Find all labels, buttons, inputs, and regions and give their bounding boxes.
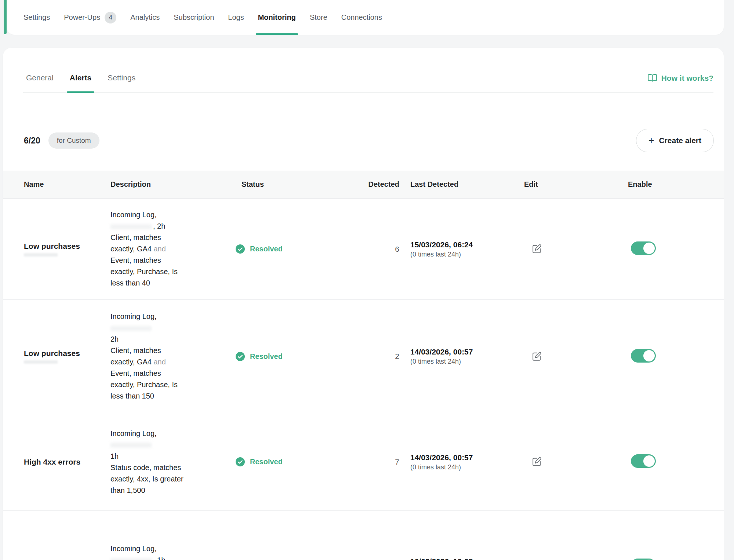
- status-badge: Resolved: [236, 457, 361, 466]
- description-line: [110, 322, 241, 334]
- top-nav: SettingsPower-Ups4AnalyticsSubscriptionL…: [7, 0, 724, 35]
- check-icon: [236, 244, 245, 254]
- status-badge: Resolved: [236, 352, 361, 361]
- description-line: Event, matches: [110, 368, 241, 379]
- column-header-status: Status: [241, 180, 361, 189]
- plan-badge: for Custom: [48, 132, 99, 149]
- description-text: Status code, matches: [110, 463, 181, 472]
- enable-toggle[interactable]: [631, 241, 656, 255]
- description-line: exactly, Purchase, Is: [110, 379, 241, 390]
- table-row: Low purchasesIncoming Log,2hClient, matc…: [3, 300, 724, 413]
- status-cell: Resolved: [241, 244, 361, 254]
- redacted-text: [110, 443, 152, 448]
- description-text: less than 40: [110, 279, 150, 287]
- toggle-knob: [643, 243, 655, 254]
- enable-cell: [628, 454, 714, 469]
- description-line: 1h: [110, 451, 241, 462]
- usage-group: 6/20 for Custom: [24, 132, 99, 149]
- create-alert-button[interactable]: + Create alert: [636, 129, 714, 152]
- table-row: High 4xx errorsIncoming Log,1hStatus cod…: [3, 413, 724, 511]
- description-text: Event, matches: [110, 369, 161, 377]
- status-cell: Resolved: [241, 352, 361, 361]
- nav-tab-connections[interactable]: Connections: [341, 0, 382, 35]
- description-line: , 2h: [110, 221, 241, 232]
- description-text: exactly, Purchase, Is: [110, 381, 178, 389]
- description-text: Incoming Log,: [110, 211, 157, 219]
- last-detected-date: 14/03/2026, 00:57: [410, 347, 524, 357]
- subtab-alerts[interactable]: Alerts: [70, 73, 92, 92]
- description-line: less than 150: [110, 390, 241, 402]
- edit-alert-button[interactable]: [530, 243, 543, 256]
- nav-tab-monitoring[interactable]: Monitoring: [258, 0, 296, 35]
- alert-description: Incoming Log,, 1hStatus code, matchesexa…: [110, 532, 241, 560]
- edit-alert-button[interactable]: [530, 350, 543, 363]
- table-row: High 4xxIncoming Log,, 1hStatus code, ma…: [3, 511, 724, 560]
- edit-alert-button[interactable]: [530, 455, 543, 469]
- status-label: Resolved: [250, 352, 283, 361]
- status-cell: Resolved: [241, 457, 361, 466]
- nav-tab-logs[interactable]: Logs: [228, 0, 244, 35]
- toggle-knob: [643, 350, 655, 361]
- create-alert-label: Create alert: [659, 136, 701, 145]
- status-badge: Resolved: [236, 244, 361, 254]
- description-text: 2h: [110, 335, 119, 343]
- page: SettingsPower-Ups4AnalyticsSubscriptionL…: [0, 0, 734, 560]
- last-detected-date: 10/03/2026, 10:08: [410, 556, 524, 560]
- column-header-description: Description: [110, 180, 241, 189]
- active-subtab-indicator: [67, 91, 95, 93]
- nav-tab-settings[interactable]: Settings: [23, 0, 50, 35]
- alert-description: Incoming Log,1hStatus code, matchesexact…: [110, 417, 241, 507]
- description-line: exactly, 4xx, Is greater: [110, 473, 241, 485]
- nav-tab-label: Power-Ups: [64, 13, 100, 22]
- alert-name-cell: High 4xx errors: [24, 458, 110, 466]
- description-text: , 2h: [153, 222, 165, 230]
- column-header-detected: Detected: [361, 180, 399, 189]
- subtab-general[interactable]: General: [26, 73, 54, 92]
- nav-tab-analytics[interactable]: Analytics: [130, 0, 160, 35]
- redacted-text: [110, 558, 152, 560]
- last-detected-date: 14/03/2026, 00:57: [410, 452, 524, 463]
- description-line: Status code, matches: [110, 462, 241, 473]
- nav-tab-label: Monitoring: [258, 13, 296, 22]
- alert-description: Incoming Log,, 2hClient, matchesexactly,…: [110, 199, 241, 299]
- nav-tab-store[interactable]: Store: [310, 0, 327, 35]
- monitoring-subtabs: GeneralAlertsSettings: [23, 48, 135, 92]
- last-detected-cell: 15/03/2026, 06:24(0 times last 24h): [399, 240, 524, 259]
- enable-toggle[interactable]: [631, 559, 656, 560]
- subtab-settings[interactable]: Settings: [108, 73, 135, 92]
- edit-cell: [524, 455, 628, 469]
- description-line: [110, 439, 241, 451]
- alert-name-cell: Low purchases: [24, 242, 110, 257]
- enable-toggle[interactable]: [631, 454, 656, 468]
- description-text: Event, matches: [110, 256, 161, 264]
- status-label: Resolved: [250, 458, 283, 466]
- edit-cell: [524, 350, 628, 363]
- nav-tab-power-ups[interactable]: Power-Ups4: [64, 0, 116, 35]
- description-line: , 1h: [110, 554, 241, 560]
- plus-icon: +: [648, 136, 654, 146]
- alerts-table: Name Description Status Detected Last De…: [3, 171, 724, 560]
- enable-toggle[interactable]: [631, 349, 656, 363]
- last-detected-date: 15/03/2026, 06:24: [410, 240, 524, 250]
- alert-name: Low purchases: [24, 242, 110, 251]
- subtab-row: GeneralAlertsSettings How it works?: [23, 48, 713, 93]
- alerts-table-body: Low purchasesIncoming Log,, 2hClient, ma…: [3, 199, 724, 560]
- description-text: exactly, GA4: [110, 358, 153, 366]
- toggle-knob: [643, 455, 655, 467]
- monitoring-panel: GeneralAlertsSettings How it works? 6/20…: [3, 48, 724, 560]
- table-header: Name Description Status Detected Last De…: [3, 171, 724, 199]
- last-detected-cell: 14/03/2026, 00:57(0 times last 24h): [399, 347, 524, 366]
- description-text: 1h: [110, 452, 119, 460]
- nav-tab-subscription[interactable]: Subscription: [174, 0, 214, 35]
- power-ups-count-badge: 4: [105, 12, 116, 23]
- active-nav-accent-bar: [4, 0, 7, 34]
- description-text: exactly, Purchase, Is: [110, 268, 178, 276]
- description-text: exactly, 4xx, Is greater: [110, 475, 184, 483]
- description-line: Event, matches: [110, 255, 241, 266]
- description-line: exactly, Purchase, Is: [110, 266, 241, 277]
- how-it-works-link[interactable]: How it works?: [647, 73, 713, 92]
- detected-count: 2: [361, 352, 399, 361]
- check-icon: [236, 457, 245, 466]
- description-text: Client, matches: [110, 346, 161, 354]
- description-operator: and: [153, 245, 166, 253]
